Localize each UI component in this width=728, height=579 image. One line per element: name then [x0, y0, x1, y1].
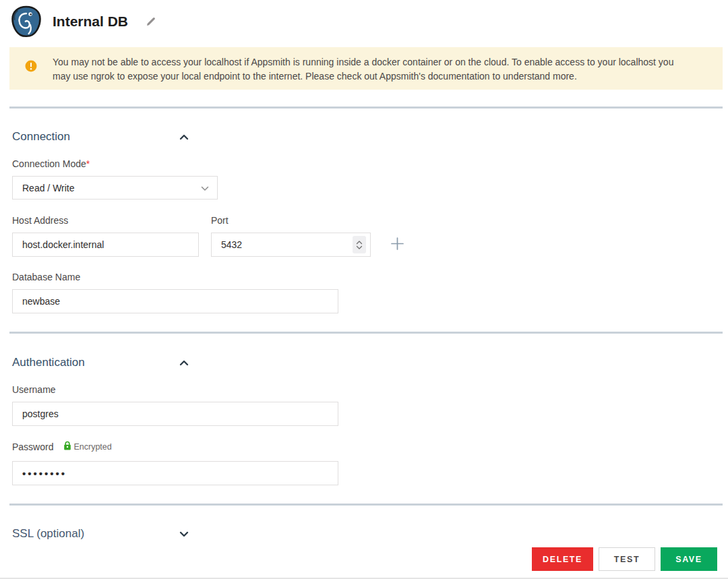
datasource-title: Internal DB	[53, 13, 128, 30]
username-input[interactable]	[12, 402, 338, 426]
datasource-header: Internal DB	[0, 0, 728, 43]
connection-mode-label: Connection Mode*	[12, 158, 728, 169]
port-input[interactable]	[211, 233, 371, 257]
section-header-ssl[interactable]: SSL (optional)	[12, 527, 189, 541]
localhost-warning-banner: You may not be able to access your local…	[9, 47, 723, 90]
section-divider	[9, 504, 723, 506]
host-port-row: Host Address Port	[12, 215, 728, 257]
section-title: Connection	[12, 130, 70, 144]
encrypted-label: Encrypted	[73, 442, 111, 452]
section-title: Authentication	[12, 356, 85, 369]
delete-button[interactable]: DELETE	[532, 547, 593, 571]
chevron-down-icon[interactable]	[179, 528, 189, 540]
save-button[interactable]: SAVE	[661, 547, 717, 571]
encrypted-badge: Encrypted	[63, 441, 111, 453]
host-address-label: Host Address	[12, 215, 199, 226]
test-button[interactable]: TEST	[599, 547, 655, 571]
username-label: Username	[12, 384, 728, 395]
alert-circle-icon	[9, 53, 53, 72]
section-header-authentication[interactable]: Authentication	[12, 356, 189, 369]
chevron-up-icon[interactable]	[179, 357, 189, 369]
pencil-icon	[146, 19, 156, 29]
postgresql-logo	[9, 5, 43, 38]
password-input[interactable]	[12, 461, 338, 485]
chevron-down-icon	[201, 183, 209, 193]
section-divider	[9, 106, 723, 109]
database-name-input[interactable]	[12, 289, 338, 313]
chevron-up-icon[interactable]	[179, 131, 189, 143]
selected-option: Read / Write	[22, 183, 75, 193]
action-buttons: DELETE TEST SAVE	[532, 547, 717, 571]
add-endpoint-button[interactable]	[389, 235, 406, 252]
password-label: Password	[12, 441, 53, 452]
number-stepper-icon[interactable]	[353, 236, 366, 253]
label-text: Connection Mode	[12, 158, 86, 169]
section-title: SSL (optional)	[12, 527, 84, 541]
password-label-row: Password Encrypted	[12, 441, 728, 453]
section-divider	[9, 332, 723, 334]
section-header-connection[interactable]: Connection	[12, 130, 189, 144]
plus-icon	[390, 243, 404, 253]
database-name-label: Database Name	[12, 272, 728, 282]
warning-message: You may not be able to access your local…	[53, 53, 683, 84]
host-address-input[interactable]	[12, 233, 199, 257]
connection-mode-select[interactable]: Read / Write	[12, 176, 218, 200]
lock-icon	[63, 441, 71, 453]
required-asterisk: *	[86, 158, 90, 169]
edit-name-button[interactable]	[144, 15, 158, 28]
port-label: Port	[211, 215, 371, 226]
